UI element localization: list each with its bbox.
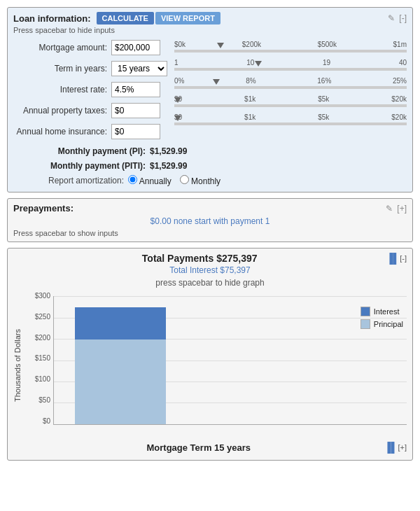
bar-interest [75, 307, 166, 340]
y-label-250: $250 [29, 313, 50, 321]
term-marker [255, 61, 262, 66]
term-slider-labels: 1 10 19 40 [174, 59, 407, 66]
term-row: Term in years: 15 years 10 years 20 year… [13, 59, 167, 78]
y-label-150: $150 [29, 354, 50, 362]
graph-footer-bracket[interactable]: [+] [398, 443, 407, 451]
graph-footer-title: Mortgage Term 15 years [13, 442, 384, 453]
prepay-header: Prepayments: ✎ [+] [13, 203, 407, 214]
graph-footer: Mortgage Term 15 years ▐▌ [+] [13, 442, 407, 453]
mortgage-slider-labels: $0k $200k $500k $1m [174, 41, 407, 48]
chart-inner: Interest Principal [53, 296, 407, 425]
loan-header: Loan information: CALCULATE VIEW REPORT … [13, 12, 407, 24]
legend-interest-item: Interest [360, 307, 403, 316]
totals-header: Total Payments $275,397 ▐▌ [-] [13, 253, 407, 264]
legend-interest-color [360, 307, 370, 316]
legend-principal-label: Principal [374, 320, 403, 328]
y-label-300: $300 [29, 292, 50, 300]
graph-title: press spacebar to hide graph [13, 278, 407, 288]
insurance-input[interactable] [111, 124, 160, 139]
calculate-button[interactable]: CALCULATE [97, 12, 154, 24]
legend-principal-color [360, 319, 370, 329]
prepay-bracket[interactable]: [+] [397, 204, 407, 214]
taxes-slider-container: $0 $1k $5k $20k [174, 95, 407, 109]
interest-slider-track[interactable] [174, 86, 407, 89]
spacebar-hint: Press spacebar to hide inputs [13, 26, 407, 34]
slider-area: $0k $200k $500k $1m 1 [167, 38, 407, 144]
taxes-row: Annual property taxes: [13, 102, 167, 120]
totals-chart-icon: ▐▌ [386, 253, 400, 264]
monthly-piti-row: Monthly payment (PITI): $1,529.99 [13, 158, 407, 171]
mortgage-row: Mortgage amount: [13, 38, 167, 57]
prepay-info: $0.00 none start with payment 1 [13, 215, 407, 227]
chart-legend: Interest Principal [360, 307, 403, 332]
taxes-label: Annual property taxes: [13, 106, 111, 115]
prepay-pencil-icon: ✎ [386, 204, 393, 214]
interest-marker [213, 79, 220, 85]
legend-principal-item: Principal [360, 319, 403, 329]
y-axis-label: Thousands of Dollars [13, 292, 26, 439]
amort-monthly-text: Monthly [191, 176, 220, 186]
interest-slider-row: 0% 8% 16% 25% [174, 75, 407, 93]
term-select[interactable]: 15 years 10 years 20 years 25 years 30 y… [111, 61, 167, 76]
amort-label: Report amortization: [48, 176, 124, 186]
totals-interest: Total Interest $75,397 [13, 265, 407, 275]
insurance-marker [174, 115, 181, 121]
loan-section: Loan information: CALCULATE VIEW REPORT … [7, 7, 413, 192]
y-labels: $300 $250 $200 $150 $100 $50 $0 [29, 292, 53, 425]
term-slider-row: 1 10 19 40 [174, 57, 407, 75]
insurance-slider-labels: $0 $1k $5k $20k [174, 113, 407, 121]
taxes-marker [174, 97, 181, 103]
input-area: Mortgage amount: Term in years: 15 years… [13, 38, 407, 144]
taxes-slider-track[interactable] [174, 104, 407, 107]
term-slider-track[interactable] [174, 68, 407, 71]
prepay-icons: ✎ [+] [386, 204, 407, 214]
pencil-icon: ✎ [388, 13, 395, 23]
collapse-bracket[interactable]: [-] [399, 13, 407, 23]
monthly-pi-label: Monthly payment (PI): [13, 146, 150, 156]
header-icons: ✎ [-] [388, 13, 407, 23]
totals-title: Total Payments $275,397 [13, 253, 386, 264]
monthly-piti-label: Monthly payment (PITI): [13, 161, 150, 171]
insurance-label: Annual home insurance: [13, 127, 111, 136]
insurance-slider-container: $0 $1k $5k $20k [174, 113, 407, 127]
mortgage-marker [217, 43, 224, 48]
interest-row: Interest rate: [13, 80, 167, 99]
mortgage-slider-track[interactable] [174, 50, 407, 52]
amort-annually-label[interactable]: Annually [128, 175, 172, 186]
monthly-pi-row: Monthly payment (PI): $1,529.99 [13, 144, 407, 156]
chart-container: $300 $250 $200 $150 $100 $50 $0 [29, 292, 407, 439]
view-report-button[interactable]: VIEW REPORT [155, 12, 220, 24]
term-input-wrapper: 15 years 10 years 20 years 25 years 30 y… [111, 61, 167, 76]
totals-section: Total Payments $275,397 ▐▌ [-] Total Int… [7, 248, 413, 461]
term-label: Term in years: [13, 64, 111, 74]
bar-principal [75, 340, 166, 424]
mortgage-input[interactable] [111, 40, 160, 55]
mortgage-slider-container: $0k $200k $500k $1m [174, 41, 407, 55]
monthly-pi-value: $1,529.99 [150, 146, 187, 156]
bar-group [75, 296, 166, 424]
chart-wrapper: Thousands of Dollars $300 $250 $200 $150… [13, 292, 407, 439]
interest-slider-container: 0% 8% 16% 25% [174, 77, 407, 91]
interest-input[interactable] [111, 82, 160, 97]
prepay-title: Prepayments: [13, 203, 74, 214]
loan-title: Loan information: [13, 13, 91, 24]
amort-monthly-label[interactable]: Monthly [180, 175, 220, 186]
amort-monthly-radio[interactable] [180, 175, 189, 184]
taxes-slider-labels: $0 $1k $5k $20k [174, 95, 407, 103]
y-label-50: $50 [29, 396, 50, 404]
interest-slider-labels: 0% 8% 16% 25% [174, 77, 407, 85]
insurance-slider-track[interactable] [174, 122, 407, 125]
graph-section: press spacebar to hide graph Thousands o… [13, 275, 407, 456]
amort-annually-radio[interactable] [128, 175, 137, 184]
graph-footer-chart-icon: ▐▌ [384, 442, 398, 453]
taxes-input[interactable] [111, 103, 160, 118]
y-label-200: $200 [29, 334, 50, 342]
monthly-piti-value: $1,529.99 [150, 161, 187, 171]
y-label-100: $100 [29, 375, 50, 383]
amortization-row: Report amortization: Annually Monthly [48, 173, 407, 186]
totals-bracket[interactable]: [-] [400, 254, 407, 262]
form-fields: Mortgage amount: Term in years: 15 years… [13, 38, 167, 144]
taxes-slider-row: $0 $1k $5k $20k [174, 93, 407, 111]
y-label-0: $0 [29, 417, 50, 425]
main-container: Loan information: CALCULATE VIEW REPORT … [0, 0, 420, 472]
